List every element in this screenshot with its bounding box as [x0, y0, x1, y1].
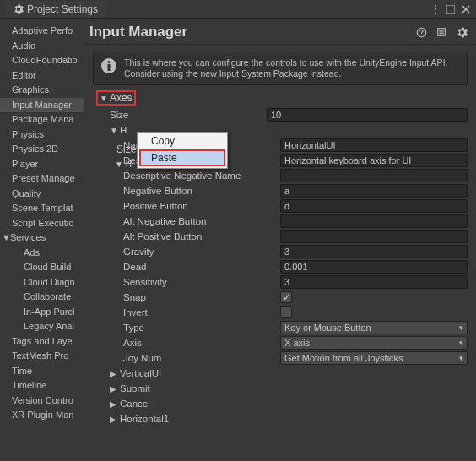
sidebar-item[interactable]: Cloud Build — [0, 260, 84, 275]
sidebar-item[interactable]: Editor — [0, 68, 84, 84]
text-input[interactable] — [280, 245, 468, 258]
sidebar-item-label: Cloud Build — [24, 262, 71, 272]
property-label: ▶Horizontal1 — [110, 414, 267, 424]
property-row: Negative Button — [123, 183, 468, 198]
property-row: Joy NumGet Motion from all Joysticks▾ — [123, 350, 468, 366]
svg-point-10 — [108, 61, 111, 63]
axis-foldout[interactable]: ▶Horizontal1 — [110, 411, 468, 426]
sidebar-item[interactable]: Version Contro — [0, 393, 84, 409]
dropdown[interactable]: Key or Mouse Button▾ — [280, 321, 468, 334]
sidebar-item-label: Legacy Anal — [24, 321, 74, 331]
axis-foldout[interactable]: ▶VerticalUI — [110, 366, 468, 381]
menu-item-copy[interactable]: Copy — [138, 133, 227, 149]
sidebar-item[interactable]: ▼Services — [0, 230, 84, 246]
sidebar-item[interactable]: Audio — [0, 39, 84, 54]
property-row: Positive Button — [123, 198, 468, 214]
sidebar-item[interactable]: TextMesh Pro — [0, 349, 84, 364]
window-dock-icon[interactable] — [446, 4, 456, 14]
preset-icon[interactable] — [435, 26, 447, 38]
sidebar-item[interactable]: In-App Purcl — [0, 305, 84, 320]
property-label: Snap — [123, 292, 280, 302]
axis-foldout[interactable]: ▶Submit — [110, 381, 468, 396]
sidebar-item[interactable]: Time — [0, 364, 84, 379]
sidebar-item-label: Collaborate — [24, 291, 71, 301]
text-input[interactable] — [280, 214, 468, 228]
checkbox[interactable]: ✓ — [280, 291, 292, 303]
property-row: AxisX axis▾ — [123, 335, 468, 350]
sidebar-item[interactable]: Adaptive Perfo — [0, 24, 84, 39]
info-text: This is where you can configure the cont… — [124, 57, 460, 79]
property-label: ▶VerticalUI — [110, 368, 267, 378]
sidebar-item[interactable]: Legacy Anal — [0, 319, 84, 334]
sidebar-item-label: Scene Templat — [12, 203, 73, 213]
sidebar-item[interactable]: Physics — [0, 127, 84, 143]
window-close-icon[interactable] — [461, 4, 471, 14]
sidebar-item[interactable]: Package Mana — [0, 112, 84, 127]
sidebar-item[interactable]: Preset Manage — [0, 171, 84, 187]
text-input[interactable] — [280, 260, 468, 274]
property-label: Negative Button — [123, 186, 280, 196]
checkbox[interactable] — [280, 306, 292, 318]
sidebar-item-label: Services — [10, 232, 46, 242]
settings-icon[interactable] — [456, 26, 468, 38]
dropdown[interactable]: Get Motion from all Joysticks▾ — [280, 351, 468, 365]
sidebar-item[interactable]: Scene Templat — [0, 201, 84, 216]
svg-rect-11 — [108, 64, 111, 71]
property-label: Type — [123, 323, 280, 333]
sidebar-item[interactable]: Quality — [0, 187, 84, 202]
sidebar-item-label: Editor — [12, 70, 36, 80]
menu-item-paste[interactable]: Paste — [139, 149, 225, 166]
text-input[interactable] — [280, 230, 468, 243]
text-input[interactable] — [280, 169, 468, 182]
tab-project-settings[interactable]: Project Settings — [5, 1, 106, 18]
text-input[interactable] — [280, 184, 468, 198]
sidebar-item[interactable]: Script Executio — [0, 216, 84, 231]
text-input[interactable] — [280, 138, 468, 152]
sidebar-item-label: Time — [12, 366, 32, 376]
sidebar-item-label: TextMesh Pro — [12, 350, 68, 361]
sidebar-item-label: Ads — [24, 247, 40, 258]
axis-foldout[interactable]: ▶Cancel — [110, 396, 468, 411]
sidebar-item[interactable]: Cloud Diagn — [0, 275, 84, 290]
text-input[interactable] — [280, 199, 468, 213]
chevron-down-icon: ▼ — [100, 94, 108, 103]
property-row: Alt Negative Button — [123, 214, 468, 229]
property-label: Joy Num — [123, 353, 280, 363]
sidebar-item-label: Graphics — [12, 84, 49, 95]
sidebar-item[interactable]: Physics 2D — [0, 142, 84, 157]
text-input[interactable] — [280, 154, 468, 167]
property-label: Descriptive Negative Name — [123, 171, 280, 181]
text-input[interactable] — [280, 275, 468, 289]
chevron-down-icon: ▼ H — [115, 160, 132, 169]
size-input[interactable] — [267, 108, 468, 122]
sidebar-item[interactable]: Input Manager — [0, 98, 84, 113]
sidebar-item[interactable]: Tags and Laye — [0, 334, 84, 350]
window-more-icon[interactable]: ⋮ — [430, 4, 441, 14]
property-row: Descriptive Negative Name — [123, 168, 468, 183]
sidebar-item-label: Package Mana — [12, 114, 73, 124]
property-label: Invert — [123, 307, 280, 317]
sidebar-item[interactable]: Player — [0, 157, 84, 172]
property-row: Gravity — [123, 244, 468, 259]
sidebar-item[interactable]: XR Plugin Man — [0, 408, 84, 423]
sidebar-item[interactable]: Ads — [0, 246, 84, 261]
window-title: Project Settings — [27, 3, 98, 15]
property-label: ▶Submit — [110, 383, 267, 393]
dropdown[interactable]: X axis▾ — [280, 336, 468, 350]
sidebar-item[interactable]: Graphics — [0, 83, 84, 98]
sidebar-item-label: Preset Manage — [12, 173, 75, 183]
help-icon[interactable] — [415, 26, 427, 38]
sidebar-item-label: Version Contro — [12, 395, 73, 405]
sidebar-item[interactable]: CloudFoundatio — [0, 53, 84, 68]
axes-foldout[interactable]: ▼ Axes — [96, 90, 136, 106]
sidebar-item-label: Quality — [12, 188, 41, 198]
property-label: ▶Cancel — [110, 399, 267, 409]
sidebar-item-label: In-App Purcl — [24, 306, 75, 317]
size-label: Size — [116, 144, 136, 155]
axes-label: Axes — [110, 92, 133, 104]
sidebar-item[interactable]: Timeline — [0, 378, 84, 393]
sidebar-item-label: Cloud Diagn — [24, 277, 75, 287]
sidebar-item[interactable]: Collaborate — [0, 290, 84, 305]
sidebar: Adaptive PerfoAudioCloudFoundatioEditorG… — [0, 19, 84, 461]
property-label: Gravity — [123, 247, 280, 257]
